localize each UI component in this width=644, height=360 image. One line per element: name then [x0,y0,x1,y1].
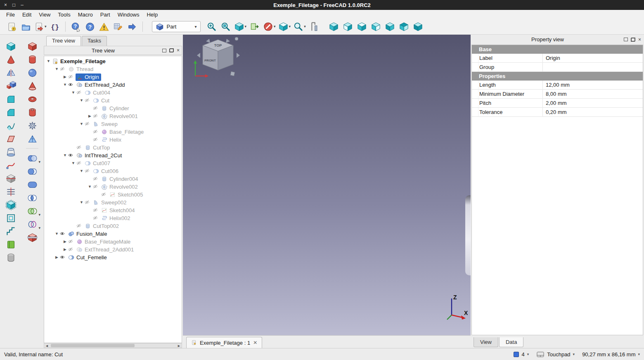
intersection-button[interactable] [24,191,40,204]
scroll-left-icon[interactable]: ◀ [44,344,50,347]
export-document-button[interactable]: ▾ [34,21,47,33]
property-row-pitch[interactable]: Pitch2,00 mm [472,99,643,108]
3d-viewport[interactable]: TOP FRONT Z X Exemple_Filetage : 1✕ [183,35,471,348]
zoom-tools-button[interactable]: ▾ [293,21,306,33]
cylinder-button[interactable] [24,53,40,66]
float-icon[interactable] [631,38,635,42]
tree-item-CutTop[interactable]: CutTop [44,144,182,152]
scale-button[interactable] [2,79,19,92]
expand-right-icon[interactable]: ▶ [62,75,68,79]
tree-item-Fusion_Male[interactable]: ▼Fusion_Male [44,230,182,238]
tree-item-ExtThread_2Add[interactable]: ▼ExtThread_2Add [44,81,182,89]
expand-down-icon[interactable]: ▼ [62,154,68,157]
antialiasing-selector[interactable]: 4 ▾ [514,351,529,358]
tree-item-ExtThread_2Add001[interactable]: ▶ExtThread_2Add001 [44,246,182,253]
color-per-face-button[interactable] [2,251,19,264]
workbench-selector[interactable]: Part ▾ [152,21,201,32]
hidden-eye-icon[interactable] [92,207,100,213]
property-value[interactable] [543,63,643,71]
box-button[interactable] [24,40,40,53]
hidden-eye-icon[interactable] [59,66,67,72]
hidden-eye-icon[interactable] [68,246,76,253]
expand-down-icon[interactable]: ▼ [87,185,92,189]
offset-2d-button[interactable] [2,211,19,225]
align-to-view-button[interactable] [249,21,261,33]
section-tool-button[interactable] [2,172,19,185]
tree-item-Revolve001[interactable]: ▶Revolve001 [44,112,182,120]
view-left-button[interactable] [412,21,424,33]
warning-button[interactable] [98,21,110,33]
ruled-surface-button[interactable] [2,119,19,132]
tree-item-Cut006[interactable]: ▼Cut006 [44,167,182,175]
create-primitives-button[interactable] [24,119,40,132]
3d-model-edge[interactable] [465,195,471,275]
view-bottom-button[interactable] [398,21,410,33]
shape-builder-button[interactable] [24,132,40,145]
expand-down-icon[interactable]: ▼ [79,122,84,126]
visible-eye-icon[interactable] [68,82,76,88]
hidden-eye-icon[interactable] [84,121,92,127]
tree-item-Revolve002[interactable]: ▼Revolve002 [44,183,182,191]
view-front-button[interactable] [342,21,354,33]
tab-tasks[interactable]: Tasks [82,36,107,46]
hidden-eye-icon[interactable] [76,160,84,166]
scroll-right-icon[interactable]: ▶ [176,344,182,347]
fit-all-button[interactable] [206,21,218,33]
tree-item-Cylinder004[interactable]: Cylinder004 [44,175,182,183]
hidden-eye-icon[interactable] [92,184,100,190]
minimize-window-icon[interactable]: – [21,2,24,7]
tree-item-Cylinder[interactable]: Cylinder [44,104,182,112]
boolean-button[interactable]: ▾ [24,152,40,165]
draw-style-button[interactable]: ▾ [278,21,291,33]
tree-item-Sketch004[interactable]: Sketch004 [44,206,182,214]
mirroring-button[interactable] [2,66,19,79]
tree-item-Cut007[interactable]: ▼Cut007 [44,159,182,167]
tree-item-CutTop002[interactable]: CutTop002 [44,222,182,230]
tree-item-Cut[interactable]: ▼Cut [44,97,182,104]
menu-part[interactable]: Part [97,11,114,19]
tree-item-Cut_Femelle[interactable]: ▶Cut_Femelle [44,253,182,261]
cross-section-button[interactable] [24,231,40,244]
hidden-eye-icon[interactable] [92,113,100,119]
split-slice-button[interactable]: ▾ [24,218,40,231]
close-icon[interactable]: ✕ [253,340,257,345]
help-button[interactable]: ? [84,21,96,33]
tree-item-Sketch005[interactable]: Sketch005 [44,191,182,199]
property-value[interactable]: 8,00 mm [543,90,643,98]
float-icon[interactable] [169,48,174,52]
fit-selection-button[interactable] [220,21,232,33]
tree-item-Exemple_Filetage[interactable]: ▼Exemple_Filetage [44,57,182,65]
tree-item-Helix002[interactable]: Helix002 [44,214,182,222]
hidden-eye-icon[interactable] [76,223,84,229]
dock-icon[interactable] [624,38,628,41]
cone-button[interactable] [24,79,40,92]
dimension-readout[interactable]: 90,27 mm x 86,16 mm ▾ [582,351,640,358]
property-row-group[interactable]: Group [472,63,643,72]
tab-tree-view[interactable]: Tree view [46,36,81,46]
new-document-button[interactable] [6,21,18,33]
hidden-eye-icon[interactable] [76,144,84,151]
menu-windows[interactable]: Windows [114,11,143,19]
property-row-length[interactable]: Length12,00 mm [472,81,643,90]
hidden-eye-icon[interactable] [84,199,92,206]
validate-sketch-button[interactable] [112,21,124,33]
hidden-eye-icon[interactable] [92,105,100,111]
view-axonometric-button[interactable]: ▾ [234,21,247,33]
expand-right-icon[interactable]: ▶ [87,114,92,118]
property-row-tolerance[interactable]: Tolerance0,20 mm [472,108,643,117]
tree-item-IntThread_2Cut[interactable]: ▼IntThread_2Cut [44,152,182,159]
menu-help[interactable]: Help [143,11,161,19]
view-top-button[interactable] [356,21,368,33]
visible-eye-icon[interactable] [68,152,76,159]
fillet-button[interactable] [2,92,19,106]
loft-button[interactable] [2,145,19,159]
hidden-eye-icon[interactable] [76,90,84,96]
open-document-button[interactable] [20,21,32,33]
view-right-button[interactable] [370,21,382,33]
hidden-eye-icon[interactable] [92,129,100,135]
property-value[interactable]: 2,00 mm [543,99,643,107]
sweep-button[interactable] [2,159,19,172]
property-value[interactable]: 12,00 mm [543,81,643,89]
document-tab[interactable]: Exemple_Filetage : 1✕ [186,337,262,348]
restore-window-icon[interactable]: □ [12,2,15,7]
